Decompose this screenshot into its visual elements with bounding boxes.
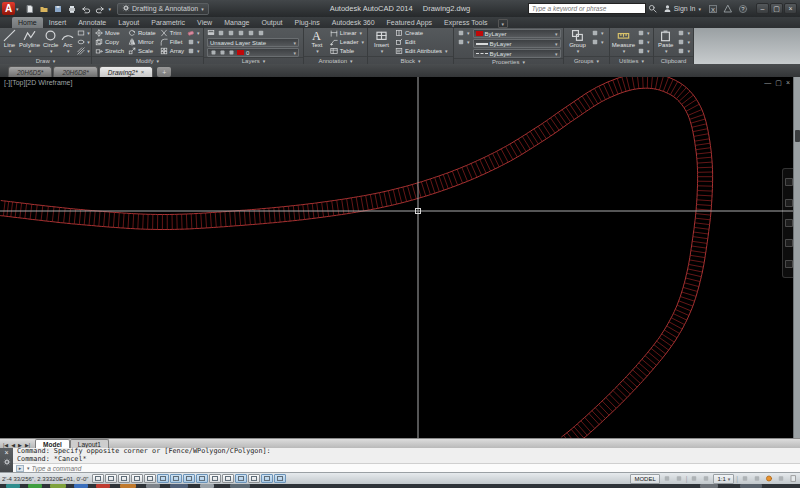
id-point-button[interactable]: ▾ [637,47,650,55]
create-button[interactable]: Create [395,29,448,37]
viewport-controls[interactable]: [-][Top][2D Wireframe] [4,79,72,86]
circle-button[interactable]: Circle▾ [43,29,58,54]
transparency-toggle[interactable] [235,474,247,483]
drawing-canvas[interactable] [0,77,800,438]
save-icon[interactable] [52,3,64,15]
layer-lock-icon[interactable] [228,49,235,56]
hatched-band[interactable] [0,77,713,438]
undo-icon[interactable] [80,3,92,15]
insert-button[interactable]: Insert▾ [371,29,392,54]
polar-tracking-toggle[interactable] [144,474,156,483]
annotation-visibility-icon[interactable] [689,474,699,483]
quick-view-layouts-icon[interactable] [662,474,672,483]
arc-button[interactable]: Arc▾ [61,29,74,54]
ortho-mode-toggle[interactable] [131,474,143,483]
ribbon-tab-featured-apps[interactable]: Featured Apps [381,17,439,28]
ribbon-tab-express-tools[interactable]: Express Tools [438,17,493,28]
table-button[interactable]: Table [330,47,364,55]
ribbon-tab-manage[interactable]: Manage [218,17,255,28]
file-tab-drawing2[interactable]: Drawing2*× [99,66,154,77]
ribbon-tab-autodesk-360[interactable]: Autodesk 360 [326,17,381,28]
cut-button[interactable]: ▾ [677,29,690,37]
taskbar-item[interactable] [146,484,160,488]
plot-icon[interactable] [66,3,78,15]
ribbon-tab-annotate[interactable]: Annotate [72,17,112,28]
infer-constraints-toggle[interactable] [92,474,104,483]
restore-button[interactable]: ▢ [770,3,783,14]
grid-display-toggle[interactable] [118,474,130,483]
taskbar-item[interactable] [740,484,762,488]
search-input[interactable] [528,3,646,14]
measure-button[interactable]: Measure▾ [613,29,634,54]
fillet-button[interactable]: Fillet [160,38,184,46]
zoom-icon[interactable] [785,219,793,227]
recent-commands-caret-icon[interactable]: ▾ [27,465,30,471]
taskbar-item[interactable] [6,484,20,488]
layer-isolate-icon[interactable] [227,29,235,37]
ribbon-tab-plug-ins[interactable]: Plug-ins [288,17,325,28]
quick-properties-toggle[interactable] [248,474,260,483]
taskbar-item[interactable] [96,484,110,488]
file-tab-close-icon[interactable]: × [141,69,145,75]
erase-button[interactable]: ▾ [187,29,200,37]
ungroup-button[interactable]: ▾ [591,38,604,46]
ribbon-tab-insert[interactable]: Insert [43,17,73,28]
ribbon-tab-home[interactable]: Home [12,17,43,28]
ribbon-options-button[interactable]: ▾ [498,19,509,28]
taskbar-item[interactable] [170,484,188,488]
paste-button[interactable]: Paste▾ [657,29,674,54]
line-button[interactable]: Line▾ [3,29,16,54]
panel-title-block[interactable]: Block▾ [368,56,453,64]
panel-title-modify[interactable]: Modify▾ [92,56,203,64]
object-snap-tracking-toggle[interactable] [183,474,195,483]
sign-in-button[interactable]: Sign In ▾ [663,4,701,14]
new-drawing-tab-button[interactable]: + [157,67,171,77]
layer-bulb-icon[interactable] [210,49,217,56]
layer-properties-icon[interactable] [207,29,215,37]
taskbar-item[interactable] [28,484,42,488]
viewport-close-button[interactable]: × [786,79,790,87]
group-button[interactable]: Group▾ [567,29,588,54]
layer-freeze-icon[interactable] [237,29,245,37]
match-button[interactable]: ▾ [677,47,690,55]
taskbar-item[interactable] [120,484,136,488]
communication-center-icon[interactable] [722,3,733,14]
layer-match-icon[interactable] [257,29,265,37]
snap-mode-toggle[interactable] [105,474,117,483]
linetype-dropdown[interactable]: ByLayer▾ [473,49,561,58]
pan-icon[interactable] [785,199,793,207]
rectangle-button[interactable]: ▾ [77,29,90,37]
navigation-wheel-icon[interactable] [785,178,793,186]
annotation-monitor-toggle[interactable] [274,474,286,483]
panel-title-utilities[interactable]: Utilities▾ [610,56,653,64]
ellipse-button[interactable]: ▾ [77,38,90,46]
leader-button[interactable]: Leader▾ [330,38,364,46]
ribbon-tab-layout[interactable]: Layout [112,17,145,28]
rotate-button[interactable]: Rotate [128,29,156,37]
new-icon[interactable] [24,3,36,15]
command-prompt-icon[interactable]: ▸ [16,465,24,472]
polyline-button[interactable]: Polyline▾ [19,29,40,54]
panel-title-draw[interactable]: Draw▾ [0,56,91,64]
command-close-button[interactable]: × [4,449,8,456]
showmotion-icon[interactable] [785,260,793,268]
layer-lock-icon[interactable] [247,29,255,37]
layer-dropdown[interactable]: 0▾ [207,48,299,57]
lineweight-toggle[interactable] [222,474,234,483]
taskbar-item[interactable] [200,484,214,488]
edit-button[interactable]: Edit [395,38,448,46]
copy-button[interactable]: Copy [95,38,124,46]
toolbar-lock-icon[interactable] [752,474,762,483]
close-button[interactable]: × [784,3,797,14]
redo-icon[interactable] [94,3,106,15]
ribbon-tab-output[interactable]: Output [255,17,288,28]
quick-calc-button[interactable]: ▾ [637,38,650,46]
application-menu-button[interactable]: A ▾ [2,2,19,15]
search-icon[interactable] [648,4,657,14]
command-customize-icon[interactable] [3,458,11,467]
selection-cycling-toggle[interactable] [261,474,273,483]
file-tab-20h6d5[interactable]: 20H6D5* [8,66,52,77]
clean-screen-icon[interactable] [788,474,798,483]
mirror-button[interactable]: Mirror [128,38,156,46]
dynamic-input-toggle[interactable] [209,474,221,483]
